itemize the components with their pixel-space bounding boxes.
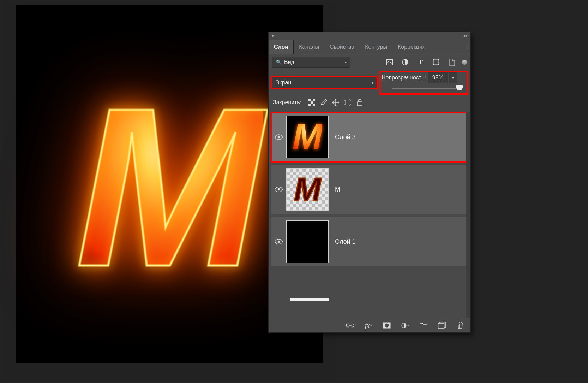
panel-tabs: Слои Каналы Свойства Контуры Коррекция xyxy=(269,40,470,54)
opacity-block: Непрозрачность: 95% ▾ xyxy=(380,71,468,94)
layer-style-icon[interactable]: fx▾ xyxy=(365,322,372,329)
opacity-value[interactable]: 95% xyxy=(428,72,448,83)
svg-rect-8 xyxy=(308,99,311,101)
blend-opacity-row: Экран ▾ Непрозрачность: 95% ▾ xyxy=(269,70,470,95)
link-layers-icon[interactable] xyxy=(346,322,354,329)
visibility-toggle[interactable] xyxy=(271,239,286,244)
svg-rect-11 xyxy=(308,104,311,106)
visibility-toggle[interactable] xyxy=(271,134,286,140)
filter-smart-icon[interactable] xyxy=(448,58,456,66)
filter-toggle[interactable] xyxy=(462,60,467,65)
filter-shape-icon[interactable] xyxy=(432,58,440,66)
tab-paths[interactable]: Контуры xyxy=(360,40,392,54)
opacity-label: Непрозрачность: xyxy=(382,75,426,81)
layer-row-selected[interactable]: M Слой 3 xyxy=(271,112,468,162)
filter-type-icon[interactable]: T xyxy=(417,58,425,66)
layers-panel: ✕ ≪ Слои Каналы Свойства Контуры Коррекц… xyxy=(268,32,471,333)
svg-point-16 xyxy=(278,188,280,191)
svg-rect-10 xyxy=(313,99,315,101)
layer-kind-select[interactable]: 🔍 Вид ▾ xyxy=(272,57,350,68)
layer-name[interactable]: M xyxy=(335,186,340,193)
layer-row[interactable]: Слой 1 xyxy=(271,217,468,266)
lock-all-icon[interactable] xyxy=(356,99,364,106)
lock-row: Закрепить: xyxy=(269,95,470,112)
svg-rect-6 xyxy=(438,64,439,65)
svg-point-17 xyxy=(278,241,280,243)
panel-footer: fx▾ ▾ xyxy=(269,318,470,332)
layer-row[interactable]: M M xyxy=(271,165,468,214)
lock-paint-icon[interactable] xyxy=(320,99,328,106)
filter-row: 🔍 Вид ▾ T xyxy=(269,54,470,70)
svg-rect-4 xyxy=(438,59,439,60)
visibility-toggle[interactable] xyxy=(271,187,286,192)
panel-titlebar: ✕ ≪ xyxy=(269,32,470,40)
layer-mask-icon[interactable] xyxy=(383,322,391,329)
svg-point-19 xyxy=(385,324,389,328)
artwork-letter: M xyxy=(75,99,263,275)
layer-thumbnail[interactable]: M xyxy=(286,116,329,158)
group-icon[interactable] xyxy=(420,322,427,329)
svg-rect-2 xyxy=(434,60,439,65)
filter-adjust-icon[interactable] xyxy=(401,58,409,66)
svg-point-15 xyxy=(278,136,280,139)
adjustment-layer-icon[interactable]: ▾ xyxy=(401,322,409,329)
panel-menu-icon[interactable] xyxy=(458,45,470,49)
lock-position-icon[interactable] xyxy=(332,99,340,106)
opacity-dropdown-icon[interactable]: ▾ xyxy=(449,72,457,83)
svg-rect-12 xyxy=(313,104,315,106)
tab-adjustments[interactable]: Коррекция xyxy=(392,40,431,54)
slider-thumb[interactable] xyxy=(456,85,463,90)
chevron-down-icon: ▾ xyxy=(372,81,373,85)
svg-rect-3 xyxy=(433,59,434,60)
collapse-icon[interactable]: ≪ xyxy=(463,34,468,39)
close-icon[interactable]: ✕ xyxy=(271,34,275,39)
layers-list: M Слой 3 M M Слой 1 xyxy=(269,112,470,318)
layer-thumbnail[interactable]: M xyxy=(286,168,329,211)
blend-mode-select[interactable]: Экран ▾ xyxy=(271,77,377,89)
svg-rect-14 xyxy=(357,102,362,106)
tab-properties[interactable]: Свойства xyxy=(324,40,360,54)
tab-layers[interactable]: Слои xyxy=(269,40,294,54)
delete-layer-icon[interactable] xyxy=(456,322,464,329)
chevron-down-icon: ▾ xyxy=(345,60,347,64)
layer-thumbnail[interactable] xyxy=(286,220,329,263)
lock-artboard-icon[interactable] xyxy=(344,99,352,106)
svg-rect-9 xyxy=(311,101,313,104)
layer-name[interactable]: Слой 3 xyxy=(335,134,356,141)
new-layer-icon[interactable] xyxy=(438,322,446,329)
search-icon: 🔍 xyxy=(276,59,282,65)
scrollbar[interactable] xyxy=(466,112,470,318)
blend-mode-value: Экран xyxy=(275,79,291,86)
filter-pixel-icon[interactable] xyxy=(386,58,394,66)
lock-transparency-icon[interactable] xyxy=(308,99,316,106)
layer-kind-label: Вид xyxy=(284,59,294,65)
svg-rect-22 xyxy=(438,323,444,329)
svg-rect-5 xyxy=(433,64,434,65)
tab-channels[interactable]: Каналы xyxy=(294,40,324,54)
svg-rect-13 xyxy=(345,100,350,105)
opacity-slider[interactable] xyxy=(392,83,463,93)
folder-strip xyxy=(290,298,329,301)
layer-name[interactable]: Слой 1 xyxy=(335,238,356,246)
lock-label: Закрепить: xyxy=(273,99,301,106)
